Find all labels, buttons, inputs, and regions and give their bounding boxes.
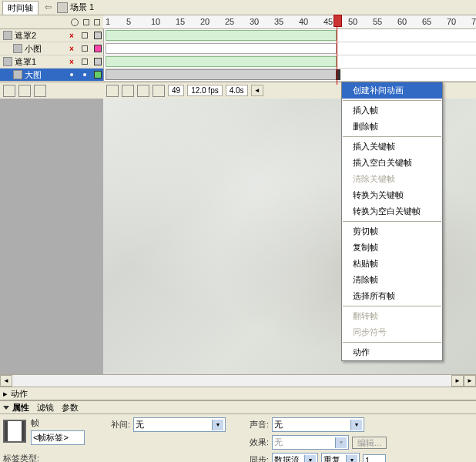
stage-margin bbox=[0, 99, 103, 374]
menu-convert-keyframe[interactable]: 转换为关键帧 bbox=[342, 187, 442, 203]
scene-icon[interactable] bbox=[57, 2, 68, 13]
mask-layer-icon bbox=[3, 57, 12, 66]
layer-label: 遮罩2 bbox=[15, 30, 36, 42]
color-swatch[interactable] bbox=[92, 58, 103, 65]
tween-label: 补间: bbox=[111, 419, 130, 430]
visibility-toggle[interactable]: × bbox=[66, 45, 77, 53]
tick: 70 bbox=[447, 17, 456, 26]
scroll-track[interactable] bbox=[12, 375, 451, 387]
tween-select[interactable]: 无▼ bbox=[133, 417, 226, 432]
tick: 25 bbox=[225, 17, 234, 26]
timeline-track[interactable] bbox=[103, 69, 476, 81]
menu-actions[interactable]: 动作 bbox=[342, 344, 442, 360]
visibility-icon[interactable] bbox=[71, 18, 79, 26]
repeat-select[interactable]: 重复▼ bbox=[321, 453, 360, 462]
layer-label: 遮罩1 bbox=[15, 56, 36, 68]
current-frame: 49 bbox=[168, 85, 184, 96]
frame-span[interactable] bbox=[106, 43, 337, 54]
scroll-right-button[interactable]: ► bbox=[451, 375, 464, 387]
actions-panel-header[interactable]: ▸ 动作 bbox=[0, 387, 476, 400]
menu-create-tween[interactable]: 创建补间动画 bbox=[342, 82, 442, 99]
frame-span[interactable] bbox=[106, 56, 337, 67]
lock-toggle[interactable] bbox=[79, 59, 90, 65]
layer-row[interactable]: 大图 bbox=[0, 69, 476, 82]
lock-toggle[interactable] bbox=[79, 73, 90, 76]
mask-layer-icon bbox=[3, 31, 12, 40]
layer-name-cell[interactable]: 大图 bbox=[0, 69, 103, 81]
menu-separator bbox=[343, 342, 441, 343]
menu-insert-frame[interactable]: 插入帧 bbox=[342, 102, 442, 119]
tick: 15 bbox=[176, 17, 185, 26]
menu-insert-blank-keyframe[interactable]: 插入空白关键帧 bbox=[342, 155, 442, 171]
lock-icon[interactable] bbox=[83, 19, 89, 25]
sync-select[interactable]: 数据流▼ bbox=[272, 453, 318, 462]
onion-outline-icon[interactable] bbox=[122, 85, 134, 97]
timeline-track[interactable] bbox=[103, 55, 476, 68]
layer-row[interactable]: 遮罩2 × bbox=[0, 29, 476, 42]
menu-copy-frames[interactable]: 复制帧 bbox=[342, 239, 442, 256]
scroll-left-button[interactable]: ◄ bbox=[0, 375, 12, 387]
layer-row[interactable]: 遮罩1 × bbox=[0, 55, 476, 69]
onion-skin-icon[interactable] bbox=[106, 85, 119, 97]
scene-label: 场景 1 bbox=[70, 2, 94, 13]
delete-layer-button[interactable] bbox=[34, 85, 46, 97]
menu-delete-frame[interactable]: 删除帧 bbox=[342, 119, 442, 135]
tab-properties[interactable]: 属性 bbox=[12, 402, 29, 413]
timeline-track[interactable] bbox=[103, 42, 476, 55]
expand-icon[interactable]: ▸ bbox=[3, 389, 8, 399]
back-icon[interactable]: ⇦ bbox=[45, 2, 52, 12]
sound-select[interactable]: 无▼ bbox=[272, 417, 364, 432]
menu-cut-frames[interactable]: 剪切帧 bbox=[342, 223, 442, 239]
visibility-toggle[interactable] bbox=[66, 73, 77, 76]
color-swatch[interactable] bbox=[92, 45, 103, 52]
tab-filters[interactable]: 滤镜 bbox=[37, 402, 54, 413]
menu-paste-frames[interactable]: 粘贴帧 bbox=[342, 256, 442, 272]
properties-panel-header[interactable]: 属性 滤镜 参数 bbox=[0, 400, 476, 414]
outline-icon[interactable] bbox=[94, 19, 100, 25]
fps-readout: 12.0 fps bbox=[187, 85, 223, 96]
tick: 60 bbox=[397, 17, 407, 26]
lock-toggle[interactable] bbox=[79, 45, 90, 52]
playhead[interactable] bbox=[337, 15, 337, 85]
color-swatch[interactable] bbox=[92, 32, 103, 39]
layer-name-cell[interactable]: 遮罩2 × bbox=[0, 29, 103, 42]
label-type-label: 标签类型: bbox=[3, 453, 39, 462]
tab-params[interactable]: 参数 bbox=[62, 402, 79, 413]
menu-insert-keyframe[interactable]: 插入关键帧 bbox=[342, 139, 442, 155]
scroll-right2-button[interactable]: ► bbox=[464, 375, 476, 387]
lock-toggle[interactable] bbox=[79, 32, 90, 38]
menu-convert-blank-keyframe[interactable]: 转换为空白关键帧 bbox=[342, 203, 442, 219]
add-layer-button[interactable] bbox=[3, 85, 15, 97]
scroll-left-icon[interactable]: ◄ bbox=[251, 85, 263, 96]
timeline-toolbar: 时间轴 ⇦ 场景 1 bbox=[0, 0, 476, 15]
visibility-toggle[interactable]: × bbox=[66, 58, 77, 66]
horizontal-scrollbar[interactable]: ◄ ► ► bbox=[0, 374, 476, 387]
layer-name-cell[interactable]: 遮罩1 × bbox=[0, 55, 103, 68]
panel-tabs: 属性 滤镜 参数 bbox=[12, 402, 79, 413]
frame-ruler[interactable]: 1 5 10 15 20 25 30 35 40 45 50 55 60 65 … bbox=[103, 15, 476, 28]
color-swatch[interactable] bbox=[92, 71, 103, 79]
layer-header: 1 5 10 15 20 25 30 35 40 45 50 55 60 65 … bbox=[0, 15, 476, 29]
context-menu: 创建补间动画 插入帧 删除帧 插入关键帧 插入空白关键帧 清除关键帧 转换为关键… bbox=[341, 82, 443, 361]
tick: 40 bbox=[299, 17, 308, 26]
timeline-track[interactable] bbox=[103, 29, 476, 42]
tick: 55 bbox=[373, 17, 382, 26]
frame-span[interactable] bbox=[106, 69, 337, 80]
timeline-tab[interactable]: 时间轴 bbox=[2, 1, 39, 15]
menu-select-all-frames[interactable]: 选择所有帧 bbox=[342, 288, 442, 304]
tick: 10 bbox=[151, 17, 160, 26]
edit-multiple-icon[interactable] bbox=[137, 85, 149, 97]
frame-label-input[interactable]: <帧标签> bbox=[31, 430, 85, 445]
layer-row[interactable]: 小图 × bbox=[0, 42, 476, 55]
edit-button[interactable]: 编辑... bbox=[352, 437, 387, 449]
layer-name-cell[interactable]: 小图 × bbox=[0, 42, 103, 55]
visibility-toggle[interactable]: × bbox=[66, 32, 77, 40]
add-folder-button[interactable] bbox=[18, 85, 31, 97]
tick: 1 bbox=[106, 17, 110, 26]
frame-span[interactable] bbox=[106, 30, 337, 41]
collapse-icon[interactable] bbox=[3, 406, 9, 410]
effect-select[interactable]: 无▼ bbox=[272, 435, 349, 450]
marker-icon[interactable] bbox=[153, 85, 165, 97]
menu-clear-frames[interactable]: 清除帧 bbox=[342, 272, 442, 288]
loop-count[interactable]: 1 bbox=[363, 454, 386, 463]
